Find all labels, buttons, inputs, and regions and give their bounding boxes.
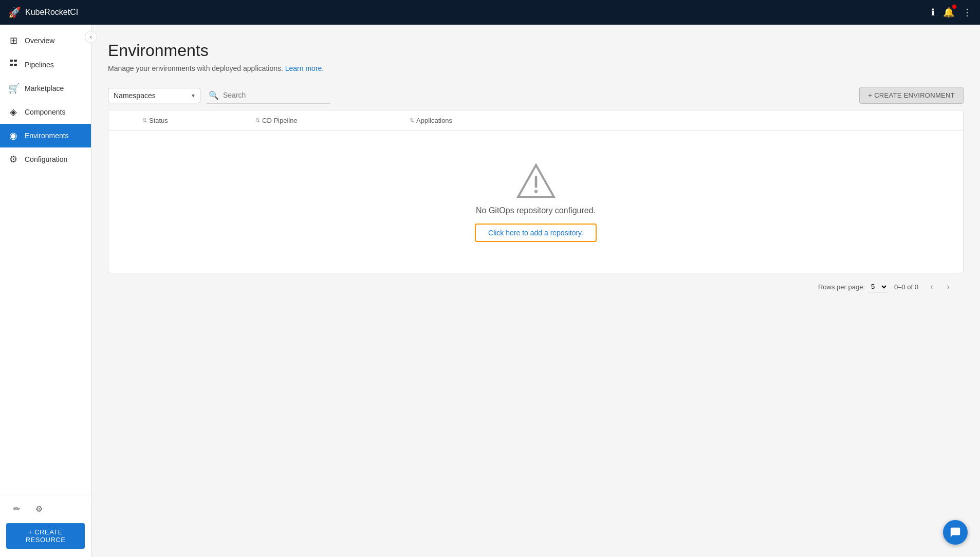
warning-triangle-icon	[515, 162, 557, 198]
svg-point-5	[534, 190, 537, 193]
sidebar-item-configuration[interactable]: ⚙ Configuration	[0, 147, 91, 171]
settings-icon-button[interactable]: ⚙	[31, 500, 47, 517]
search-icon: 🔍	[209, 90, 219, 100]
pipelines-icon	[8, 59, 19, 70]
prev-page-button[interactable]: ‹	[924, 280, 939, 294]
nav-items: ⊞ Overview Pipelines 🛒 Marketplace ◈ Com…	[0, 25, 91, 494]
namespace-label: Namespaces	[114, 91, 156, 100]
svg-rect-3	[14, 64, 17, 66]
page-subtitle: Manage your environments with deployed a…	[108, 64, 964, 72]
table-header: ⇅ Status ⇅ CD Pipeline ⇅ Applications	[108, 110, 963, 131]
sidebar-item-components[interactable]: ◈ Components	[0, 100, 91, 124]
add-repository-button[interactable]: Click here to add a repository.	[475, 224, 597, 242]
sidebar-item-marketplace[interactable]: 🛒 Marketplace	[0, 77, 91, 100]
environments-icon: ◉	[8, 130, 19, 141]
configuration-icon: ⚙	[8, 154, 19, 165]
sidebar-item-overview[interactable]: ⊞ Overview	[0, 29, 91, 52]
overview-icon: ⊞	[8, 35, 19, 46]
components-icon: ◈	[8, 106, 19, 118]
marketplace-icon: 🛒	[8, 83, 19, 94]
sort-icon-apps: ⇅	[410, 117, 414, 124]
sidebar-label-components: Components	[25, 108, 65, 116]
notification-button[interactable]: 🔔	[943, 7, 954, 18]
th-apps-label: Applications	[416, 117, 452, 124]
empty-message: No GitOps repository configured.	[476, 206, 596, 215]
svg-rect-2	[10, 64, 13, 66]
page-range: 0–0 of 0	[894, 283, 918, 291]
chat-icon	[950, 527, 961, 538]
svg-rect-0	[10, 60, 13, 62]
logo-icon: 🚀	[8, 6, 21, 18]
sidebar-toggle[interactable]: ‹	[85, 31, 97, 43]
main-layout: ‹ ⊞ Overview Pipelines 🛒 Marketplace ◈ C…	[0, 25, 980, 557]
sidebar-label-pipelines: Pipelines	[25, 61, 54, 69]
sidebar-item-pipelines[interactable]: Pipelines	[0, 52, 91, 77]
svg-rect-1	[14, 60, 17, 62]
th-applications[interactable]: ⇅ Applications	[401, 110, 963, 131]
notification-badge	[952, 5, 956, 9]
logo-area: 🚀 KubeRocketCI	[8, 6, 931, 18]
learn-more-link[interactable]: Learn more.	[285, 64, 324, 72]
menu-icon: ⋮	[963, 7, 972, 18]
info-icon: ℹ	[931, 7, 935, 18]
page-size-select[interactable]: 5 10 25	[868, 281, 888, 292]
rows-per-page: Rows per page: 5 10 25	[818, 281, 888, 292]
page-title: Environments	[108, 41, 964, 60]
create-environment-button[interactable]: + CREATE ENVIRONMENT	[859, 87, 964, 104]
th-cd-label: CD Pipeline	[262, 117, 298, 124]
pagination: Rows per page: 5 10 25 0–0 of 0 ‹ ›	[108, 273, 964, 300]
th-checkbox	[108, 110, 134, 131]
dropdown-arrow-icon: ▾	[192, 92, 195, 99]
bell-icon: 🔔	[943, 7, 954, 18]
th-cd-pipeline[interactable]: ⇅ CD Pipeline	[247, 110, 401, 131]
chat-fab-button[interactable]	[943, 520, 968, 545]
sidebar-label-overview: Overview	[25, 36, 54, 45]
toolbar-left: Namespaces ▾ 🔍	[108, 87, 330, 104]
sort-icon-cd: ⇅	[255, 117, 260, 124]
namespace-dropdown[interactable]: Namespaces ▾	[108, 88, 200, 103]
search-input[interactable]	[223, 91, 326, 99]
top-header: 🚀 KubeRocketCI ℹ 🔔 ⋮	[0, 0, 980, 25]
next-page-button[interactable]: ›	[941, 280, 955, 294]
search-box: 🔍	[207, 87, 330, 104]
app-title: KubeRocketCI	[25, 8, 78, 17]
th-status[interactable]: ⇅ Status	[134, 110, 247, 131]
sidebar-item-environments[interactable]: ◉ Environments	[0, 124, 91, 147]
sidebar-label-environments: Environments	[25, 132, 69, 140]
menu-button[interactable]: ⋮	[963, 7, 972, 18]
empty-state: No GitOps repository configured. Click h…	[108, 131, 963, 273]
create-resource-button[interactable]: + CREATE RESOURCE	[6, 523, 85, 549]
sidebar: ‹ ⊞ Overview Pipelines 🛒 Marketplace ◈ C…	[0, 25, 91, 557]
sidebar-label-marketplace: Marketplace	[25, 84, 64, 92]
pagination-nav: ‹ ›	[924, 280, 955, 294]
th-status-label: Status	[149, 117, 168, 124]
sidebar-bottom: ✏ ⚙	[0, 494, 91, 523]
info-button[interactable]: ℹ	[931, 7, 935, 18]
rows-label: Rows per page:	[818, 283, 865, 291]
header-actions: ℹ 🔔 ⋮	[931, 7, 972, 18]
data-table: ⇅ Status ⇅ CD Pipeline ⇅ Applications	[108, 110, 964, 273]
sidebar-label-configuration: Configuration	[25, 155, 67, 163]
sort-icon-status: ⇅	[142, 117, 147, 124]
toolbar: Namespaces ▾ 🔍 + CREATE ENVIRONMENT	[108, 87, 964, 104]
edit-icon-button[interactable]: ✏	[8, 500, 25, 517]
content-area: Environments Manage your environments wi…	[91, 25, 980, 557]
